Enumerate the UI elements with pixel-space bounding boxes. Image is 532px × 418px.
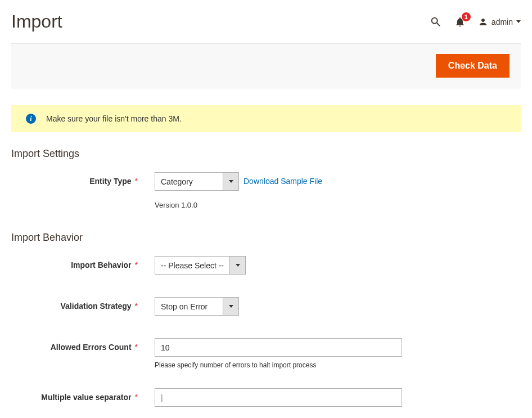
notification-count-badge: 1 — [462, 12, 471, 21]
page-header: Import 1 admin — [11, 11, 521, 32]
validation-strategy-select[interactable]: Stop on Error — [155, 297, 239, 316]
required-mark: * — [135, 343, 138, 352]
notifications-button[interactable]: 1 — [454, 16, 466, 28]
header-actions: 1 admin — [430, 16, 521, 28]
validation-strategy-value: Stop on Error — [155, 298, 223, 315]
allowed-errors-label: Allowed Errors Count* — [11, 338, 155, 352]
info-icon: i — [26, 114, 36, 124]
user-name-label: admin — [492, 17, 513, 26]
import-page: Import 1 admin Check Data i Ma — [0, 0, 532, 418]
allowed-errors-input[interactable] — [155, 338, 402, 357]
entity-type-label: Entity Type* — [11, 172, 155, 186]
import-behavior-value: -- Please Select -- — [155, 257, 229, 274]
multiple-separator-input[interactable] — [155, 388, 402, 407]
import-behavior-select[interactable]: -- Please Select -- — [155, 256, 246, 275]
entity-type-select[interactable]: Category — [155, 172, 239, 191]
page-title: Import — [11, 11, 62, 32]
section-title-import-behavior: Import Behavior — [11, 232, 521, 244]
field-multiple-separator: Multiple value separator* — [11, 388, 521, 407]
required-mark: * — [135, 393, 138, 402]
chevron-down-icon — [516, 20, 521, 23]
field-import-behavior: Import Behavior* -- Please Select -- — [11, 256, 521, 275]
validation-strategy-label: Validation Strategy* — [11, 297, 155, 311]
field-validation-strategy: Validation Strategy* Stop on Error — [11, 297, 521, 316]
entity-type-value: Category — [155, 173, 223, 190]
required-mark: * — [135, 302, 138, 311]
chevron-down-icon — [223, 298, 238, 315]
field-entity-type: Entity Type* Category Download Sample Fi… — [11, 172, 521, 209]
search-icon[interactable] — [430, 16, 442, 28]
chevron-down-icon — [229, 257, 245, 274]
info-message-text: Make sure your file isn't more than 3M. — [46, 114, 182, 123]
download-sample-link[interactable]: Download Sample File — [244, 172, 322, 191]
chevron-down-icon — [223, 173, 238, 190]
required-mark: * — [135, 177, 138, 186]
check-data-button[interactable]: Check Data — [436, 54, 510, 78]
action-bar: Check Data — [11, 43, 521, 88]
import-behavior-label: Import Behavior* — [11, 256, 155, 269]
multiple-separator-label: Multiple value separator* — [11, 388, 155, 402]
info-message: i Make sure your file isn't more than 3M… — [11, 105, 521, 132]
allowed-errors-note: Please specify number of errors to halt … — [155, 361, 521, 369]
section-title-import-settings: Import Settings — [11, 148, 521, 160]
user-icon — [478, 17, 488, 27]
required-mark: * — [135, 260, 138, 269]
version-note: Version 1.0.0 — [155, 201, 521, 209]
user-menu[interactable]: admin — [478, 17, 521, 27]
field-allowed-errors: Allowed Errors Count* Please specify num… — [11, 338, 521, 369]
